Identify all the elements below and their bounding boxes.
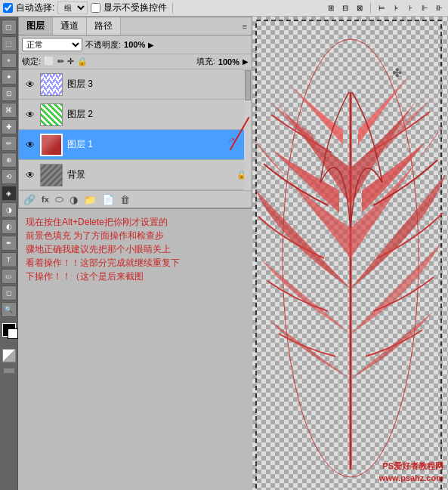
layer-1-thumb: [40, 134, 63, 156]
left-panel-area: 图层 通道 路径 ≡ 正常 不透明度: 100% ▶: [18, 17, 252, 490]
layer-3-thumb: [40, 73, 63, 96]
add-mask-icon[interactable]: ⬭: [55, 193, 63, 205]
tool-heal[interactable]: ✚: [2, 119, 17, 134]
foreground-color[interactable]: [2, 323, 16, 337]
auto-align-icon[interactable]: ⊩: [419, 2, 431, 14]
layer-bg-thumb: [40, 164, 63, 186]
fill-arrow-icon[interactable]: ▶: [243, 57, 249, 66]
tool-select[interactable]: ⬚: [2, 36, 17, 51]
auto-select-label: 自动选择:: [16, 2, 54, 14]
top-toolbar: 自动选择: 组 显示不受换控件 ⊞ ⊟ ⊠ ⊨ ⊧ ⊦ ⊩ ⊪: [0, 0, 448, 17]
instruction-panel: 现在按住Alt+Delete把你刚才设置的 前景色填充 为了方面操作和检查步 骤…: [18, 208, 252, 490]
watermark: PS爱好者教程网 www.psahz.com: [379, 461, 443, 484]
auto-distribute-icon[interactable]: ⊪: [433, 2, 445, 14]
tool-move[interactable]: ▢: [2, 20, 17, 35]
tool-lasso[interactable]: ⌖: [2, 53, 17, 68]
tools-panel: ▢ ⬚ ⌖ ✦ ⊡ ⌘ ✚ ✏ ⊕ ⟲ ◈ ◑ ◐ ✒ T ▭ ◻ 🔍: [0, 17, 18, 490]
layer-1-eye[interactable]: 👁: [23, 138, 37, 152]
quick-mask-icon[interactable]: [2, 349, 16, 362]
opacity-arrow-icon[interactable]: ▶: [148, 41, 154, 49]
layer-bg-name: 背景: [67, 168, 236, 181]
layers-bottom-bar: 🔗 fx ⬭ ◑ 📁 📄 🗑: [19, 190, 252, 208]
tool-eyedropper[interactable]: ⌘: [2, 103, 17, 118]
fill-label: 填充:: [196, 56, 215, 67]
layer-item-3[interactable]: 👁 图层 3: [19, 69, 252, 100]
tab-layers[interactable]: 图层: [19, 17, 53, 35]
lock-transparent-icon[interactable]: ⬜: [44, 57, 54, 66]
blend-mode-select[interactable]: 正常: [22, 38, 82, 51]
adjustment-layer-icon[interactable]: ◑: [70, 194, 78, 205]
tool-history-brush[interactable]: ⟲: [2, 169, 17, 184]
fill-value: 100%: [218, 57, 239, 66]
panel-close-button[interactable]: ≡: [238, 20, 252, 32]
tool-shape[interactable]: ▭: [2, 269, 17, 284]
layer-3-eye[interactable]: 👁: [23, 78, 37, 91]
opacity-label: 不透明度:: [85, 39, 121, 51]
show-transform-checkbox[interactable]: [91, 3, 100, 13]
layers-list: 👁 图层 3 👁 图层 2: [19, 69, 252, 190]
lock-fill-row: 锁定: ⬜ ✏ ✛ 🔒 填充: 100% ▶: [19, 54, 252, 69]
scroll-bar[interactable]: [244, 69, 252, 190]
layer-bg-eye[interactable]: 👁: [23, 168, 37, 182]
tool-3d[interactable]: ◻: [2, 285, 17, 300]
opacity-value: 100%: [124, 40, 145, 49]
tool-stamp[interactable]: ⊕: [2, 153, 17, 168]
toolbar-separator: [172, 3, 173, 14]
canvas-cursor: ✤: [392, 66, 402, 80]
auto-select-checkbox[interactable]: [3, 3, 13, 13]
layer-1-name: 图层 1: [67, 138, 247, 151]
screen-mode-icon[interactable]: [2, 367, 16, 374]
layer-2-name: 图层 2: [67, 108, 247, 121]
toolbar-sep2: [370, 3, 371, 14]
tab-channels[interactable]: 通道: [53, 17, 87, 35]
new-group-icon[interactable]: 📁: [84, 194, 96, 205]
tool-brush[interactable]: ✏: [2, 136, 17, 151]
tool-pen[interactable]: ✒: [2, 236, 17, 251]
distribute-icon1[interactable]: ⊨: [375, 2, 388, 14]
background-color[interactable]: [8, 328, 18, 339]
layer-item-1[interactable]: 👁 图层 1: [19, 130, 252, 160]
toolbar-icons: ⊞ ⊟ ⊠ ⊨ ⊧ ⊦ ⊩ ⊪: [325, 2, 445, 14]
tool-text[interactable]: T: [2, 252, 17, 267]
layer-3-name: 图层 3: [67, 78, 247, 91]
link-layers-icon[interactable]: 🔗: [23, 194, 36, 205]
layers-tabs: 图层 通道 路径 ≡: [19, 17, 252, 35]
canvas-area[interactable]: ✤ PS爱好者教程网 www.psahz.com: [252, 17, 448, 490]
layers-panel: 图层 通道 路径 ≡ 正常 不透明度: 100% ▶: [18, 17, 252, 208]
scroll-thumb[interactable]: [245, 70, 251, 100]
tool-dodge[interactable]: ◐: [2, 219, 17, 234]
lock-label: 锁定:: [22, 56, 41, 67]
lock-paint-icon[interactable]: ✏: [57, 57, 64, 66]
tool-gradient[interactable]: ◑: [2, 202, 17, 217]
delete-layer-icon[interactable]: 🗑: [120, 194, 130, 205]
tool-eraser[interactable]: ◈: [2, 186, 17, 201]
align-center-icon[interactable]: ⊟: [339, 2, 351, 14]
layer-item-bg[interactable]: 👁 背景 🔒: [19, 160, 252, 190]
main-layout: ▢ ⬚ ⌖ ✦ ⊡ ⌘ ✚ ✏ ⊕ ⟲ ◈ ◑ ◐ ✒ T ▭ ◻ 🔍: [0, 17, 448, 490]
layer-2-eye[interactable]: 👁: [23, 108, 37, 122]
canvas-image: [252, 17, 448, 490]
instruction-text: 现在按住Alt+Delete把你刚才设置的 前景色填充 为了方面操作和检查步 骤…: [26, 217, 180, 282]
distribute-icon3[interactable]: ⊦: [404, 2, 416, 14]
lock-position-icon[interactable]: ✛: [67, 57, 74, 66]
tool-crop[interactable]: ⊡: [2, 86, 17, 101]
show-transform-label: 显示不受换控件: [104, 2, 167, 14]
tool-zoom[interactable]: 🔍: [2, 302, 17, 317]
auto-select-dropdown[interactable]: 组: [57, 2, 88, 14]
new-layer-icon[interactable]: 📄: [102, 194, 114, 205]
layer-item-2[interactable]: 👁 图层 2: [19, 100, 252, 130]
align-right-icon[interactable]: ⊠: [354, 2, 366, 14]
layer-style-icon[interactable]: fx: [42, 195, 49, 204]
distribute-icon2[interactable]: ⊧: [390, 2, 402, 14]
layer-2-thumb: [40, 103, 63, 126]
blend-opacity-row: 正常 不透明度: 100% ▶: [19, 35, 252, 54]
align-left-icon[interactable]: ⊞: [325, 2, 337, 14]
lock-all-icon[interactable]: 🔒: [77, 57, 88, 66]
tab-paths[interactable]: 路径: [87, 17, 121, 35]
layers-scroll: → 👁 图层 3 👁: [19, 69, 252, 190]
tool-magic-wand[interactable]: ✦: [2, 69, 17, 85]
